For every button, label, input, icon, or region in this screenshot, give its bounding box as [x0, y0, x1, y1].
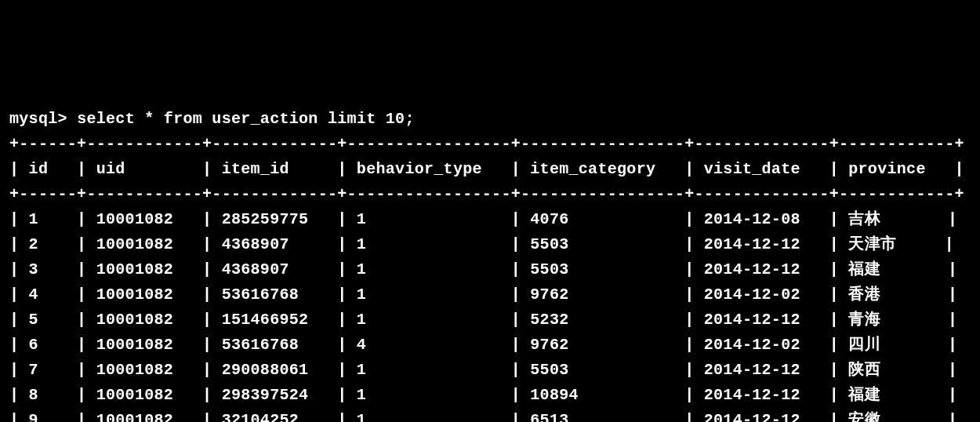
table-header-row: | id | uid | item_id | behavior_type | i…: [9, 160, 964, 178]
mysql-prompt: mysql>: [9, 110, 67, 128]
table-border-header: +------+------------+-------------+-----…: [9, 185, 964, 203]
terminal-output: mysql> select * from user_action limit 1…: [9, 107, 971, 422]
table-border-top: +------+------------+-------------+-----…: [9, 135, 964, 153]
sql-query: select * from user_action limit 10;: [77, 110, 415, 128]
table-data-rows: | 1 | 10001082 | 285259775 | 1 | 4076 | …: [9, 210, 957, 422]
